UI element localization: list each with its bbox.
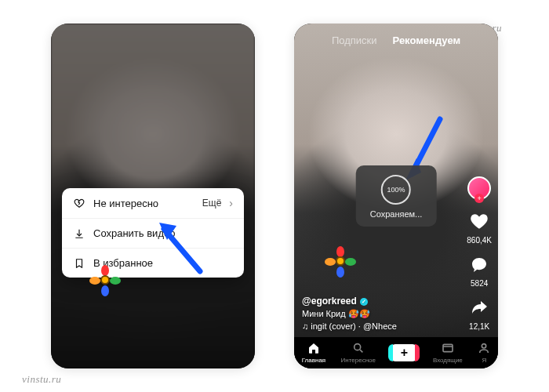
share-count: 12,1K [469,322,489,331]
nav-create[interactable]: + [391,344,417,361]
chevron-right-icon: › [229,197,233,209]
follow-plus-icon: + [474,194,484,203]
sheet-more-label: Ещё [202,198,222,209]
sheet-add-favorite[interactable]: В избранное [62,249,244,278]
nav-label: Главная [302,357,325,364]
svg-rect-1 [443,344,453,351]
progress-percent: 100% [387,186,405,194]
toast-label: Сохраняем... [370,209,423,219]
phone-right: Подписки Рекомендуем 100% Сохраняем... + [294,24,498,368]
comment-count: 5824 [471,279,488,288]
video-caption: @egorkreed ✓ Мини Крид 🥵🥵 ♫ ingit (cover… [302,295,443,332]
saving-toast: 100% Сохраняем... [356,165,437,227]
create-button: + [391,344,417,361]
nav-discover[interactable]: Интересное [341,342,376,364]
pinwheel-decoration [92,267,118,293]
bookmark-icon [73,258,85,269]
sheet-save-video[interactable]: Сохранить видео [62,219,244,249]
action-sheet: Не интересно Ещё › Сохранить видео [62,188,244,278]
share-button[interactable]: 12,1K [469,299,489,331]
nav-profile[interactable]: Я [478,342,490,364]
phone-left: Не интересно Ещё › Сохранить видео [51,24,255,368]
search-icon [352,342,365,356]
action-rail: + 860,4K 5824 12,1K [467,176,492,331]
svg-point-2 [482,344,486,348]
plus-icon: + [401,346,408,360]
inbox-icon [442,342,454,356]
caption-sound[interactable]: ♫ ingit (cover) · @Nhece [302,321,443,332]
caption-username[interactable]: @egorkreed ✓ [302,295,443,308]
nav-label: Я [482,357,486,364]
comparison-stage: Не интересно Ещё › Сохранить видео [0,0,549,392]
home-icon [307,342,320,356]
download-icon [73,228,85,239]
heart-icon [469,211,489,234]
like-button[interactable]: 860,4K [467,211,492,245]
sheet-not-interested[interactable]: Не интересно Ещё › [62,188,244,219]
share-icon [470,299,489,321]
heart-broken-icon [73,198,85,209]
username-text: @egorkreed [302,295,357,308]
pinwheel-decoration [327,248,354,274]
author-avatar[interactable]: + [467,176,491,200]
verified-badge-icon: ✓ [360,298,368,306]
sheet-row-label: Не интересно [93,198,195,209]
nav-inbox[interactable]: Входящие [433,342,463,364]
svg-point-0 [354,344,360,350]
avatar-icon: + [467,176,491,200]
nav-label: Входящие [433,357,463,364]
nav-home[interactable]: Главная [302,342,325,364]
caption-line: Мини Крид 🥵🥵 [302,308,443,320]
tab-following[interactable]: Подписки [332,34,377,46]
comment-icon [470,256,489,278]
bottom-nav: Главная Интересное + Входящие [294,337,498,368]
watermark-bottom: vinstu.ru [22,373,61,386]
comment-button[interactable]: 5824 [470,256,489,288]
tab-for-you[interactable]: Рекомендуем [393,34,461,46]
sheet-row-label: Сохранить видео [93,227,233,239]
nav-label: Интересное [341,357,376,364]
like-count: 860,4K [467,236,492,245]
progress-ring: 100% [381,175,411,205]
profile-icon [478,342,490,356]
feed-tabs: Подписки Рекомендуем [294,34,498,46]
